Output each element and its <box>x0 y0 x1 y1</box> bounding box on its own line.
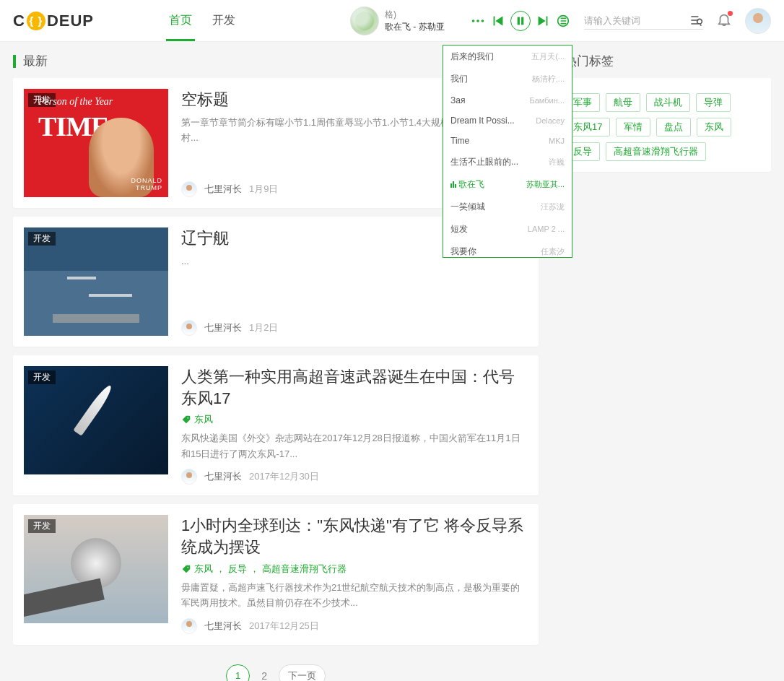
player-playlist-icon[interactable] <box>555 13 571 29</box>
logo[interactable]: C { } DEUP <box>13 12 94 30</box>
playlist-item[interactable]: 我要你任素汐 <box>443 240 572 258</box>
hot-tag[interactable]: 盘点 <box>656 118 691 136</box>
svg-point-2 <box>482 19 484 22</box>
author-name[interactable]: 七里河长 <box>204 321 242 334</box>
author-name[interactable]: 七里河长 <box>204 470 242 483</box>
article-meta: 七里河长2017年12月30日 <box>181 461 528 485</box>
logo-code-icon: { } <box>27 12 45 30</box>
hot-tag[interactable]: 战斗机 <box>646 93 690 112</box>
article-card: 开发人类第一种实用高超音速武器诞生在中国：代号东风17东风东风快递美国《外交》杂… <box>13 355 539 495</box>
playlist-item[interactable]: 一笑倾城汪苏泷 <box>443 196 572 218</box>
article-desc: 毋庸置疑，高超声速飞行器技术作为21世纪航空航天技术的制高点，是极为重要的军民两… <box>181 580 528 611</box>
article-thumbnail[interactable]: 开发 <box>24 227 168 336</box>
playlist-song: Dream It Possi... <box>450 116 515 126</box>
tag-separator: ， <box>216 563 225 576</box>
article-body: 人类第一种实用高超音速武器诞生在中国：代号东风17东风东风快递美国《外交》杂志网… <box>181 366 528 485</box>
playlist-song: 短发 <box>450 223 468 235</box>
playlist-song: Time <box>450 136 469 146</box>
hot-tag[interactable]: 导弹 <box>696 93 731 112</box>
playlist-item[interactable]: 后来的我们五月天(... <box>443 45 572 68</box>
article-thumbnail[interactable]: 开发 <box>24 366 168 474</box>
svg-point-10 <box>187 566 188 568</box>
article-desc: 东风快递美国《外交》杂志网站在2017年12月28日报道称，中国火箭军在11月1… <box>181 430 528 461</box>
page-1[interactable]: 1 <box>226 664 250 682</box>
playlist-item[interactable]: 生活不止眼前的...许巍 <box>443 151 572 173</box>
article-date: 1月9日 <box>249 183 278 196</box>
svg-rect-3 <box>494 16 495 25</box>
search-icon[interactable] <box>689 13 703 27</box>
playlist-song: 生活不止眼前的... <box>450 156 518 168</box>
nav-dev[interactable]: 开发 <box>202 0 245 41</box>
svg-point-9 <box>187 417 188 419</box>
playlist-item[interactable]: 我们杨清柠,... <box>443 68 572 90</box>
article-meta: 七里河长1月2日 <box>181 313 528 336</box>
player-line2: 歌在飞 - 苏勒亚 <box>385 21 445 33</box>
article-tags: 东风 <box>181 413 528 426</box>
category-badge[interactable]: 开发 <box>28 370 56 384</box>
logo-c: C <box>13 12 25 30</box>
playlist-item[interactable]: ЗаяБамбин... <box>443 90 572 110</box>
notifications-button[interactable] <box>716 12 732 30</box>
album-art[interactable] <box>350 6 379 35</box>
playlist-item[interactable]: TimeMKJ <box>443 131 572 151</box>
author-avatar[interactable] <box>181 181 197 197</box>
search-box <box>584 12 703 30</box>
svg-rect-6 <box>546 16 548 25</box>
page-2[interactable]: 2 <box>257 664 271 682</box>
hot-tag[interactable]: 高超音速滑翔飞行器 <box>606 142 706 161</box>
category-badge[interactable]: 开发 <box>28 232 56 246</box>
category-badge[interactable]: 开发 <box>28 519 56 533</box>
player-controls <box>470 11 571 31</box>
user-avatar[interactable] <box>745 8 771 34</box>
playlist-artist: LAMP 2 ... <box>528 225 565 233</box>
player-next-icon[interactable] <box>535 13 551 29</box>
section-latest-label: 最新 <box>23 53 48 69</box>
article-date: 1月2日 <box>249 321 278 334</box>
article-title[interactable]: 1小时内全球到达："东风快递"有了它 将令反导系统成为摆设 <box>181 515 528 558</box>
section-hottags-title: 热门标签 <box>554 53 771 69</box>
article-title[interactable]: 人类第一种实用高超音速武器诞生在中国：代号东风17 <box>181 366 528 409</box>
author-avatar[interactable] <box>181 320 197 336</box>
player-more-icon[interactable] <box>470 13 486 29</box>
playlist-artist: 许巍 <box>549 157 565 168</box>
article-thumbnail[interactable]: 开发Person of the YearTIMEDONALDTRUMP <box>24 89 168 197</box>
playlist-artist: Delacey <box>536 116 565 125</box>
article-tag[interactable]: 高超音速滑翔飞行器 <box>262 563 347 576</box>
pagination: 1 2 下一页 <box>13 654 539 682</box>
playlist-artist: 杨清柠,... <box>532 74 565 84</box>
playlist-artist: 汪苏泷 <box>541 201 565 212</box>
svg-point-0 <box>472 19 475 22</box>
article-thumbnail[interactable]: 开发 <box>24 515 168 623</box>
article-tag[interactable]: 东风 <box>194 563 213 576</box>
main-nav: 首页 开发 <box>159 0 245 41</box>
svg-point-8 <box>697 19 702 24</box>
playlist-artist: 任素汐 <box>541 246 565 257</box>
svg-rect-4 <box>518 17 520 25</box>
header: C { } DEUP 首页 开发 格) 歌在飞 - 苏勒亚 <box>0 0 784 42</box>
playlist-item[interactable]: Dream It Possi...Delacey <box>443 110 572 131</box>
tag-cloud: 军事航母战斗机导弹东风17军情盘点东风反导高超音速滑翔飞行器 <box>565 93 760 161</box>
article-body: 1小时内全球到达："东风快递"有了它 将令反导系统成为摆设东风，反导，高超音速滑… <box>181 515 528 633</box>
page-next[interactable]: 下一页 <box>279 664 326 682</box>
author-name[interactable]: 七里河长 <box>204 183 242 196</box>
playlist-artist: 五月天(... <box>531 51 565 62</box>
search-input[interactable] <box>584 12 689 29</box>
playlist-item[interactable]: 歌在飞苏勒亚其... <box>443 173 572 196</box>
article-meta: 七里河长2017年12月25日 <box>181 611 528 634</box>
music-player: 格) 歌在飞 - 苏勒亚 <box>350 6 571 35</box>
hot-tag[interactable]: 军情 <box>616 118 650 136</box>
playlist-item[interactable]: 短发LAMP 2 ... <box>443 218 572 240</box>
hot-tag[interactable]: 航母 <box>606 93 640 112</box>
hot-tag[interactable]: 东风 <box>697 118 731 136</box>
article-tag[interactable]: 反导 <box>228 563 247 576</box>
notification-dot-icon <box>728 11 733 16</box>
playlist-artist: 苏勒亚其... <box>526 179 565 190</box>
playlist-dropdown: 后来的我们五月天(...我们杨清柠,...ЗаяБамбин...Dream I… <box>443 45 572 258</box>
article-tag[interactable]: 东风 <box>194 413 213 426</box>
player-prev-icon[interactable] <box>490 13 506 29</box>
author-name[interactable]: 七里河长 <box>204 620 242 633</box>
nav-home[interactable]: 首页 <box>159 0 202 41</box>
player-pause-icon[interactable] <box>510 11 531 31</box>
author-avatar[interactable] <box>181 618 197 634</box>
author-avatar[interactable] <box>181 469 197 485</box>
